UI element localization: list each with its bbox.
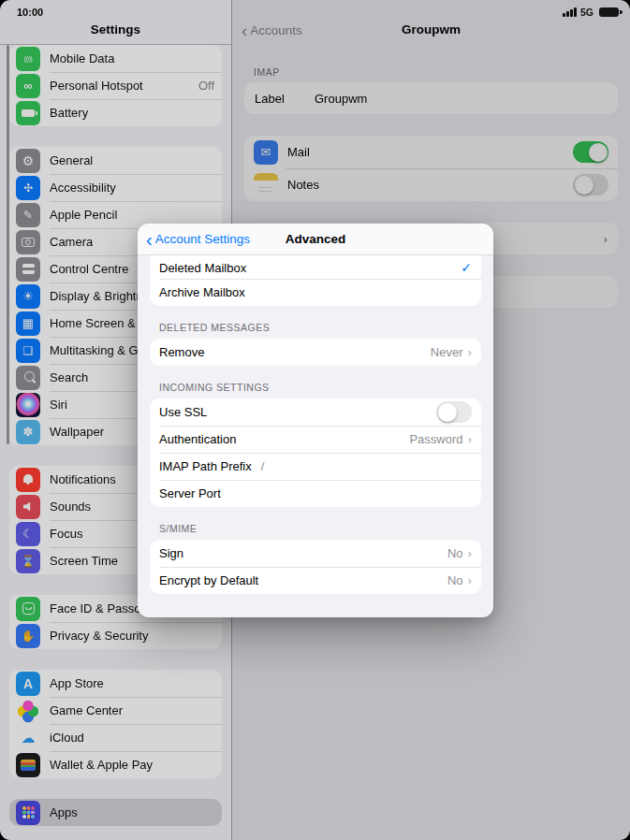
sidebar-item-privacy-security[interactable]: ✋Privacy & Security	[9, 622, 222, 649]
sidebar-item-wallet-apple-pay[interactable]: Wallet & Apple Pay	[9, 751, 222, 778]
sidebar-item-label: Accessibility	[50, 181, 214, 195]
hourglass-icon-glyph: ⌛	[22, 555, 36, 568]
chevron-right-icon: ›	[468, 345, 473, 359]
mail-icon-glyph: ✉	[261, 145, 271, 159]
accessibility-icon: ✣	[16, 176, 40, 200]
chevron-right-icon: ›	[468, 546, 473, 560]
mail-icon: ✉	[254, 140, 278, 165]
sidebar-scrollbar[interactable]	[7, 45, 9, 444]
modal-section-header-deleted-messages: DELETED MESSAGES	[159, 322, 472, 334]
modal-title: Advanced	[286, 232, 346, 246]
modal-row-value: No	[447, 546, 463, 560]
back-label: Account Settings	[155, 232, 250, 246]
app-store-icon: A	[16, 672, 40, 696]
face-id-icon-glyph	[22, 602, 35, 615]
multitasking-icon-glyph: ❏	[23, 344, 34, 357]
modal-row-value: No	[447, 573, 463, 587]
gear-icon: ⚙	[16, 149, 40, 173]
camera-icon	[16, 230, 40, 254]
siri-icon	[16, 393, 40, 417]
sidebar-item-label: Apps	[50, 805, 214, 819]
personal-hotspot-icon-glyph: ∞	[23, 79, 32, 93]
modal-row-sign[interactable]: SignNo›	[150, 540, 481, 567]
sidebar-item-label: Game Center	[50, 703, 214, 717]
pencil-icon: ✎	[16, 203, 40, 227]
modal-row-archive-mailbox[interactable]: Archive Mailbox	[150, 279, 481, 306]
modal-row-use-ssl[interactable]: Use SSL	[150, 398, 481, 426]
checkmark-icon: ✓	[461, 260, 472, 275]
chevron-right-icon: ›	[468, 432, 473, 446]
sidebar-item-game-center[interactable]: Game Center	[9, 697, 222, 724]
chevron-right-icon: ›	[604, 232, 608, 246]
chevron-left-icon: ‹	[146, 234, 153, 245]
apps-grid-icon-glyph	[22, 806, 35, 818]
modal-row-encrypt-by-default[interactable]: Encrypt by DefaultNo›	[150, 567, 481, 594]
pencil-icon-glyph: ✎	[23, 209, 33, 222]
sidebar-item-label: General	[50, 153, 214, 167]
modal-row-label: Remove	[159, 345, 204, 359]
game-center-icon	[16, 699, 40, 723]
modal-section-header-s-mime: S/MIME	[159, 523, 472, 535]
service-row-mail[interactable]: ✉Mail	[244, 136, 618, 168]
sidebar-item-accessibility[interactable]: ✣Accessibility	[9, 174, 222, 201]
sidebar-title: Settings	[0, 22, 231, 36]
modal-row-deleted-mailbox[interactable]: Deleted Mailbox✓	[150, 255, 481, 279]
label-card: Label Groupwm	[244, 82, 618, 114]
bell-icon	[16, 468, 40, 492]
brightness-icon-glyph: ☀	[22, 289, 34, 303]
mail-toggle[interactable]	[573, 141, 608, 163]
modal-row-label: Authentication	[159, 432, 236, 446]
modal-row-label: Deleted Mailbox	[159, 261, 246, 275]
modal-row-label: Use SSL	[159, 405, 207, 419]
personal-hotspot-icon: ∞	[16, 74, 40, 98]
icloud-icon: ☁	[16, 726, 40, 750]
modal-row-server-port[interactable]: Server Port	[150, 480, 481, 507]
hourglass-icon: ⌛	[16, 549, 40, 573]
use-ssl-toggle[interactable]	[436, 401, 472, 423]
sidebar-item-label: iCloud	[50, 731, 214, 745]
modal-row-label: IMAP Path Prefix	[159, 459, 252, 473]
wallpaper-icon-glyph: ✽	[23, 425, 34, 439]
modal-group: RemoveNever›	[150, 339, 481, 366]
modal-sections: DELETED MESSAGESRemoveNever›INCOMING SET…	[138, 322, 493, 594]
modal-row-imap-path-prefix[interactable]: IMAP Path Prefix/	[150, 453, 481, 480]
sidebar-item-label: Battery	[50, 106, 214, 120]
search-icon	[16, 366, 40, 390]
moon-icon: ☾	[16, 522, 40, 546]
modal-row-remove[interactable]: RemoveNever›	[150, 339, 481, 366]
use-ssl-toggle-knob	[438, 403, 457, 422]
sidebar-item-general[interactable]: ⚙General	[9, 147, 222, 174]
label-value: Groupwm	[315, 92, 367, 106]
service-row-notes[interactable]: Notes	[244, 168, 618, 201]
sidebar-header: Settings	[0, 0, 231, 45]
sidebar-item-battery[interactable]: Battery	[9, 99, 222, 126]
sidebar-item-label: Mobile Data	[50, 51, 214, 65]
account-settings-back-button[interactable]: ‹ Account Settings	[146, 224, 250, 254]
sidebar-item-mobile-data[interactable]: ((ı))Mobile Data	[9, 45, 222, 72]
app-store-icon-glyph: A	[23, 676, 33, 691]
wallet-icon	[16, 753, 40, 777]
notes-toggle[interactable]	[573, 174, 608, 196]
modal-row-label: Encrypt by Default	[159, 573, 258, 587]
services-card: ✉MailNotes	[244, 136, 618, 201]
accessibility-icon-glyph: ✣	[23, 181, 33, 195]
sidebar-group: ((ı))Mobile Data∞Personal HotspotOffBatt…	[9, 45, 222, 126]
sidebar-item-personal-hotspot[interactable]: ∞Personal HotspotOff	[9, 72, 222, 99]
control-centre-icon-glyph	[22, 264, 35, 274]
detail-title: Groupwm	[232, 22, 630, 36]
modal-group: Use SSLAuthenticationPassword›IMAP Path …	[150, 398, 481, 507]
sidebar-item-icloud[interactable]: ☁iCloud	[9, 724, 222, 751]
label-row[interactable]: Label Groupwm	[244, 82, 618, 114]
sidebar-item-app-store[interactable]: AApp Store	[9, 670, 222, 697]
notes-icon	[254, 173, 278, 197]
detail-header: ‹ Accounts Groupwm	[232, 0, 630, 44]
modal-header: ‹ Account Settings Advanced	[138, 224, 493, 255]
mail-toggle-knob	[589, 143, 608, 162]
wallet-icon-glyph	[21, 760, 36, 771]
sidebar-item-label: Wallet & Apple Pay	[50, 758, 214, 772]
notes-icon-glyph	[254, 173, 278, 197]
mobile-data-icon: ((ı))	[16, 47, 40, 71]
sidebar-item-apps[interactable]: Apps	[9, 799, 222, 826]
sidebar-group: Apps	[9, 799, 222, 826]
modal-row-authentication[interactable]: AuthenticationPassword›	[150, 426, 481, 453]
